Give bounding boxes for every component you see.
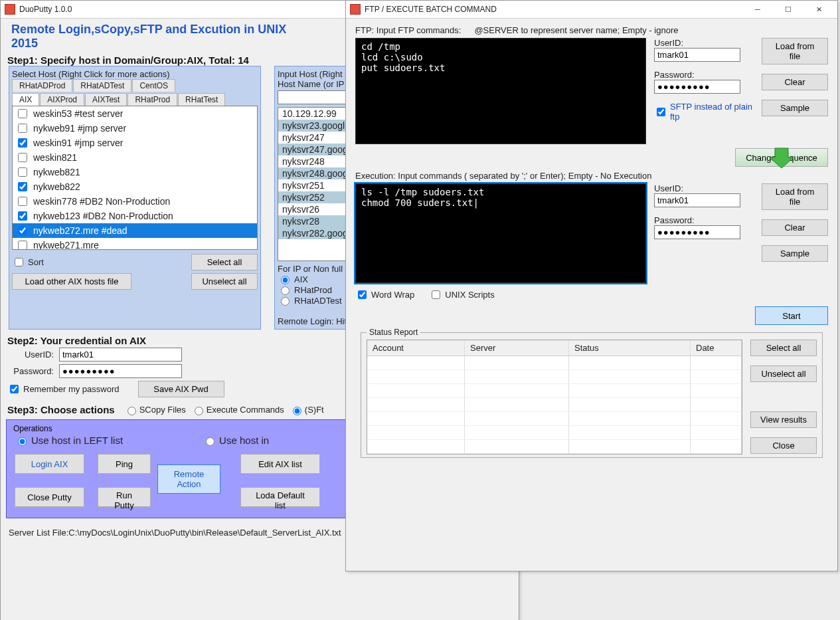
host-list-item[interactable]: nykweb123 #DB2 Non-Production [13,209,257,223]
host-tab[interactable]: RHatADTest [73,79,131,92]
status-select-all-button[interactable]: Select all [750,340,817,356]
host-tab[interactable]: CentOS [132,79,175,92]
host-tab[interactable]: AIXTest [85,93,127,106]
col-date: Date [691,340,742,356]
step3-label: Step3: Choose actions [7,404,115,415]
host-list-item[interactable]: nykweb822 [13,179,257,194]
radio-rhatadtest[interactable] [281,297,290,306]
host-list-item[interactable]: nykweb272.mre #dead [13,223,257,238]
word-wrap-label[interactable]: Word Wrap [355,288,414,301]
minimize-button[interactable]: ─ [743,2,772,17]
remember-password-checkbox[interactable] [10,385,19,393]
status-unselect-all-button[interactable]: Unselect all [750,365,817,382]
start-button[interactable]: Start [755,306,828,325]
exec-userid-input[interactable] [654,193,740,207]
exec-sample-button[interactable]: Sample [762,245,828,262]
app-icon-ftp [350,4,361,15]
host-list-item[interactable]: weskin821 [13,150,257,165]
close-putty-button[interactable]: Close Putty [15,487,84,507]
radio-scopy[interactable] [127,407,136,415]
ftp-password-input[interactable] [654,80,740,94]
host-list-item[interactable]: nykweb271.mre [13,238,257,250]
title-text-ftp: FTP / EXECUTE BATCH COMMAND [365,5,497,14]
ftp-sample-button[interactable]: Sample [762,100,828,116]
use-right-radio-label[interactable]: Use host in [203,435,269,446]
radio-rhatprod[interactable] [281,286,290,295]
host-listbox[interactable]: weskin53 #test servernykweb91 #jmp serve… [12,106,258,250]
unselect-all-button[interactable]: Unselect all [191,273,258,290]
host-list-item[interactable]: nykweb821 [13,165,257,179]
host-tab[interactable]: RHatProd [127,93,177,106]
col-server: Server [465,340,569,356]
sort-checkbox[interactable] [15,258,23,266]
host-tab[interactable]: AIX [12,93,39,106]
radio-execute[interactable] [195,407,203,415]
host-checkbox[interactable] [18,109,27,118]
app-icon [5,4,15,15]
unix-scripts-checkbox[interactable] [432,290,440,299]
host-checkbox[interactable] [18,241,27,250]
radio-execute-label[interactable]: Execute Commands [191,405,284,415]
host-checkbox[interactable] [18,138,27,148]
host-checkbox[interactable] [18,211,27,221]
use-left-radio[interactable] [18,437,27,446]
word-wrap-checkbox[interactable] [358,290,367,299]
edit-aix-list-button[interactable]: Edit AIX list [240,454,320,474]
sftp-checkbox[interactable] [657,108,665,116]
use-right-radio[interactable] [206,437,214,446]
exec-textarea[interactable]: ls -l /tmp sudoers.txt chmod 700 suders.… [355,183,646,283]
host-list-item[interactable]: nykweb91 #jmp server [13,121,257,136]
host-tab[interactable]: AIXProd [40,93,84,106]
select-host-panel: Select Host (Right Click for more action… [9,66,261,330]
select-host-label: Select Host (Right Click for more action… [12,69,258,79]
remember-password-label[interactable]: Remember my password [7,383,120,395]
host-checkbox[interactable] [18,124,27,133]
use-left-radio-label[interactable]: Use host in LEFT list [15,435,123,446]
host-tab[interactable]: RHatTest [178,93,225,106]
close-window-button[interactable]: ✕ [804,2,833,17]
host-tab[interactable]: RHatADProd [12,79,72,92]
radio-aix[interactable] [281,276,290,284]
radio-scopy-label[interactable]: SCopy Files [124,405,186,415]
run-putty-button[interactable]: Run Putty [98,487,151,507]
host-list-item[interactable]: weskin91 #jmp server [13,136,257,150]
host-checkbox[interactable] [18,167,27,177]
maximize-button[interactable]: ☐ [774,2,803,17]
ftp-batch-window: FTP / EXECUTE BATCH COMMAND ─ ☐ ✕ FTP: I… [345,0,838,571]
ping-button[interactable]: Ping [98,454,151,474]
host-checkbox[interactable] [18,226,27,235]
exec-load-file-button[interactable]: Load from file [762,183,828,210]
ftp-userid-input[interactable] [654,48,740,62]
host-checkbox[interactable] [18,153,27,162]
exec-userid-label: UserID: [654,183,754,193]
sort-checkbox-label[interactable]: Sort [12,256,44,268]
close-button[interactable]: Close [750,437,817,454]
select-all-button[interactable]: Select all [191,254,258,270]
exec-password-input[interactable] [654,225,740,239]
arrow-down-icon [768,146,795,169]
load-other-hosts-button[interactable]: Load other AIX hosts file [12,273,131,290]
status-grid[interactable]: Account Server Status Date [367,340,742,455]
radio-sftp[interactable] [293,407,301,415]
save-aix-pwd-button[interactable]: Save AIX Pwd [138,381,224,397]
ftp-load-file-button[interactable]: Load from file [762,38,828,64]
ftp-clear-button[interactable]: Clear [762,74,828,90]
ftp-textarea[interactable]: cd /tmp lcd c:\sudo put sudoers.txt [355,38,646,144]
server-represent-label: @SERVER to represent server name; Empty … [474,25,678,35]
password-input[interactable] [59,364,182,378]
status-report-legend: Status Report [367,328,420,337]
unix-scripts-label[interactable]: UNIX Scripts [429,288,494,301]
host-checkbox[interactable] [18,182,27,191]
host-checkbox[interactable] [18,197,27,206]
radio-sftp-label[interactable]: (S)Ft [290,405,324,415]
sftp-checkbox-label[interactable]: SFTP instead of plain ftp [654,102,754,122]
exec-clear-button[interactable]: Clear [762,219,828,236]
loda-default-list-button[interactable]: Loda Default list [240,487,320,507]
host-list-item[interactable]: weskin778 #DB2 Non-Production [13,194,257,209]
ftp-password-label: Password: [654,70,754,80]
host-list-item[interactable]: weskin53 #test server [13,106,257,121]
login-aix-button[interactable]: Login AIX [15,454,84,474]
remote-action-button[interactable]: Remote Action [157,465,220,494]
userid-input[interactable] [59,348,182,362]
view-results-button[interactable]: View results [750,411,817,428]
